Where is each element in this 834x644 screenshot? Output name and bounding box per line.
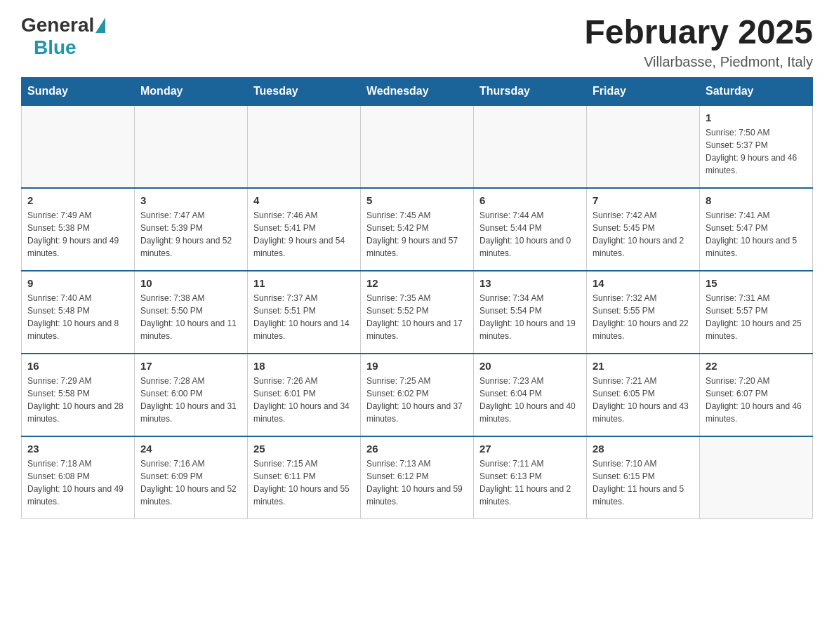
day-number: 21: [593, 358, 694, 373]
day-info: Sunrise: 7:40 AM Sunset: 5:48 PM Dayligh…: [27, 292, 128, 342]
day-number: 26: [366, 441, 468, 456]
day-info: Sunrise: 7:49 AM Sunset: 5:38 PM Dayligh…: [27, 209, 128, 260]
day-number: 27: [479, 441, 581, 456]
logo-triangle-icon: [95, 18, 105, 33]
day-number: 9: [27, 276, 128, 290]
calendar-day: 28Sunrise: 7:10 AM Sunset: 6:15 PM Dayli…: [587, 436, 700, 519]
day-info: Sunrise: 7:26 AM Sunset: 6:01 PM Dayligh…: [253, 375, 355, 425]
page: General Blue February 2025 Villarbasse, …: [0, 0, 834, 533]
day-info: Sunrise: 7:20 AM Sunset: 6:07 PM Dayligh…: [706, 375, 807, 425]
day-number: 6: [479, 193, 581, 208]
logo-blue-text: Blue: [34, 36, 77, 59]
calendar-header-row: SundayMondayTuesdayWednesdayThursdayFrid…: [22, 77, 813, 105]
day-number: 1: [706, 110, 807, 125]
calendar-day: [361, 105, 474, 188]
calendar-day: 21Sunrise: 7:21 AM Sunset: 6:05 PM Dayli…: [587, 354, 700, 436]
day-number: 17: [140, 358, 241, 373]
calendar-header-saturday: Saturday: [700, 77, 813, 105]
calendar-header-monday: Monday: [135, 77, 248, 105]
day-number: 2: [27, 193, 128, 208]
day-info: Sunrise: 7:32 AM Sunset: 5:55 PM Dayligh…: [593, 292, 694, 342]
subtitle: Villarbasse, Piedmont, Italy: [584, 54, 813, 70]
day-number: 11: [253, 276, 355, 290]
calendar-header-thursday: Thursday: [474, 77, 587, 105]
calendar-week-4: 16Sunrise: 7:29 AM Sunset: 5:58 PM Dayli…: [22, 354, 813, 436]
day-number: 23: [27, 441, 128, 456]
calendar: SundayMondayTuesdayWednesdayThursdayFrid…: [21, 77, 813, 520]
calendar-day: 13Sunrise: 7:34 AM Sunset: 5:54 PM Dayli…: [474, 271, 587, 354]
main-title: February 2025: [584, 14, 813, 51]
calendar-day: 18Sunrise: 7:26 AM Sunset: 6:01 PM Dayli…: [248, 354, 361, 436]
day-info: Sunrise: 7:38 AM Sunset: 5:50 PM Dayligh…: [140, 292, 241, 342]
calendar-day: [248, 105, 361, 188]
day-info: Sunrise: 7:31 AM Sunset: 5:57 PM Dayligh…: [706, 292, 807, 342]
day-info: Sunrise: 7:50 AM Sunset: 5:37 PM Dayligh…: [706, 126, 807, 177]
day-number: 5: [366, 193, 468, 208]
calendar-day: 5Sunrise: 7:45 AM Sunset: 5:42 PM Daylig…: [361, 188, 474, 271]
calendar-day: 14Sunrise: 7:32 AM Sunset: 5:55 PM Dayli…: [587, 271, 700, 354]
calendar-header-friday: Friday: [587, 77, 700, 105]
day-number: 28: [593, 441, 694, 456]
calendar-day: 23Sunrise: 7:18 AM Sunset: 6:08 PM Dayli…: [22, 436, 135, 519]
day-info: Sunrise: 7:23 AM Sunset: 6:04 PM Dayligh…: [479, 375, 581, 425]
calendar-day: 25Sunrise: 7:15 AM Sunset: 6:11 PM Dayli…: [248, 436, 361, 519]
day-number: 4: [253, 193, 355, 208]
calendar-day: [587, 105, 700, 188]
calendar-day: 9Sunrise: 7:40 AM Sunset: 5:48 PM Daylig…: [22, 271, 135, 354]
calendar-day: 1Sunrise: 7:50 AM Sunset: 5:37 PM Daylig…: [700, 105, 813, 188]
calendar-day: [700, 436, 813, 519]
day-info: Sunrise: 7:45 AM Sunset: 5:42 PM Dayligh…: [366, 209, 468, 260]
day-number: 22: [706, 358, 807, 373]
day-number: 14: [593, 276, 694, 290]
calendar-day: 3Sunrise: 7:47 AM Sunset: 5:39 PM Daylig…: [135, 188, 248, 271]
calendar-week-1: 1Sunrise: 7:50 AM Sunset: 5:37 PM Daylig…: [22, 105, 813, 188]
calendar-day: 16Sunrise: 7:29 AM Sunset: 5:58 PM Dayli…: [22, 354, 135, 436]
calendar-day: 17Sunrise: 7:28 AM Sunset: 6:00 PM Dayli…: [135, 354, 248, 436]
calendar-header-sunday: Sunday: [22, 77, 135, 105]
calendar-week-5: 23Sunrise: 7:18 AM Sunset: 6:08 PM Dayli…: [22, 436, 813, 519]
calendar-day: [22, 105, 135, 188]
day-info: Sunrise: 7:15 AM Sunset: 6:11 PM Dayligh…: [253, 457, 355, 508]
day-info: Sunrise: 7:41 AM Sunset: 5:47 PM Dayligh…: [706, 209, 807, 260]
day-number: 16: [27, 358, 128, 373]
day-info: Sunrise: 7:29 AM Sunset: 5:58 PM Dayligh…: [27, 375, 128, 425]
day-number: 20: [479, 358, 581, 373]
day-info: Sunrise: 7:42 AM Sunset: 5:45 PM Dayligh…: [593, 209, 694, 260]
day-number: 13: [479, 276, 581, 290]
day-info: Sunrise: 7:13 AM Sunset: 6:12 PM Dayligh…: [366, 457, 468, 508]
calendar-day: 4Sunrise: 7:46 AM Sunset: 5:41 PM Daylig…: [248, 188, 361, 271]
title-section: February 2025 Villarbasse, Piedmont, Ita…: [584, 14, 813, 70]
day-info: Sunrise: 7:21 AM Sunset: 6:05 PM Dayligh…: [593, 375, 694, 425]
calendar-day: 26Sunrise: 7:13 AM Sunset: 6:12 PM Dayli…: [361, 436, 474, 519]
calendar-day: 27Sunrise: 7:11 AM Sunset: 6:13 PM Dayli…: [474, 436, 587, 519]
day-number: 3: [140, 193, 241, 208]
day-number: 8: [706, 193, 807, 208]
calendar-day: 11Sunrise: 7:37 AM Sunset: 5:51 PM Dayli…: [248, 271, 361, 354]
day-info: Sunrise: 7:10 AM Sunset: 6:15 PM Dayligh…: [593, 457, 694, 508]
calendar-day: 24Sunrise: 7:16 AM Sunset: 6:09 PM Dayli…: [135, 436, 248, 519]
calendar-day: 22Sunrise: 7:20 AM Sunset: 6:07 PM Dayli…: [700, 354, 813, 436]
calendar-day: 6Sunrise: 7:44 AM Sunset: 5:44 PM Daylig…: [474, 188, 587, 271]
calendar-header-tuesday: Tuesday: [248, 77, 361, 105]
calendar-day: 7Sunrise: 7:42 AM Sunset: 5:45 PM Daylig…: [587, 188, 700, 271]
day-number: 24: [140, 441, 241, 456]
day-info: Sunrise: 7:25 AM Sunset: 6:02 PM Dayligh…: [366, 375, 468, 425]
day-info: Sunrise: 7:37 AM Sunset: 5:51 PM Dayligh…: [253, 292, 355, 342]
calendar-day: 20Sunrise: 7:23 AM Sunset: 6:04 PM Dayli…: [474, 354, 587, 436]
calendar-day: 2Sunrise: 7:49 AM Sunset: 5:38 PM Daylig…: [22, 188, 135, 271]
day-info: Sunrise: 7:34 AM Sunset: 5:54 PM Dayligh…: [479, 292, 581, 342]
day-number: 12: [366, 276, 468, 290]
calendar-week-2: 2Sunrise: 7:49 AM Sunset: 5:38 PM Daylig…: [22, 188, 813, 271]
day-number: 19: [366, 358, 468, 373]
day-info: Sunrise: 7:16 AM Sunset: 6:09 PM Dayligh…: [140, 457, 241, 508]
calendar-header-wednesday: Wednesday: [361, 77, 474, 105]
day-info: Sunrise: 7:18 AM Sunset: 6:08 PM Dayligh…: [27, 457, 128, 508]
day-number: 18: [253, 358, 355, 373]
day-info: Sunrise: 7:47 AM Sunset: 5:39 PM Dayligh…: [140, 209, 241, 260]
day-number: 10: [140, 276, 241, 290]
calendar-day: 8Sunrise: 7:41 AM Sunset: 5:47 PM Daylig…: [700, 188, 813, 271]
calendar-week-3: 9Sunrise: 7:40 AM Sunset: 5:48 PM Daylig…: [22, 271, 813, 354]
header: General Blue February 2025 Villarbasse, …: [21, 14, 813, 70]
day-number: 15: [706, 276, 807, 290]
day-info: Sunrise: 7:28 AM Sunset: 6:00 PM Dayligh…: [140, 375, 241, 425]
